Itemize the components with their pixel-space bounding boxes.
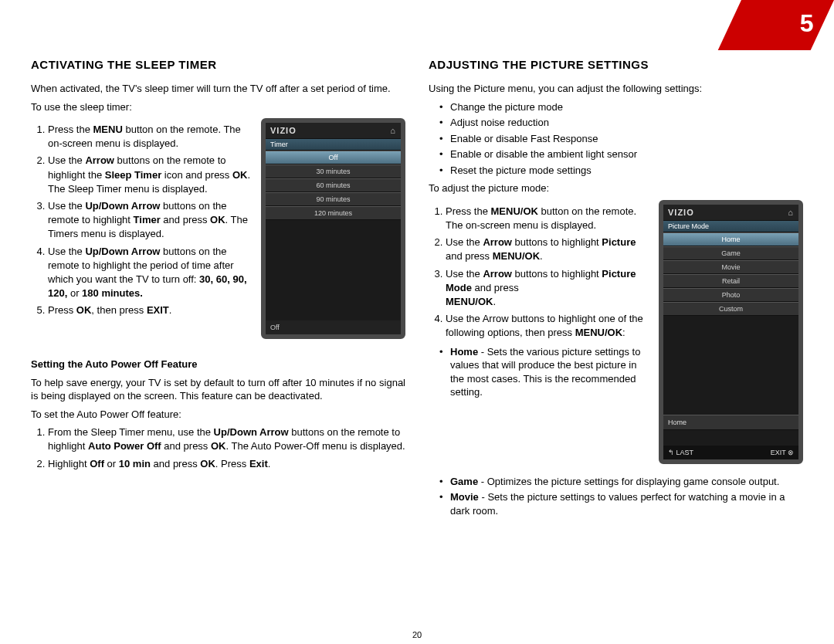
picture-intro: Using the Picture menu, you can adjust t…	[429, 82, 803, 96]
menu-row: Off	[266, 151, 401, 164]
subheading-auto-power: Setting the Auto Power Off Feature	[31, 358, 405, 371]
sleep-timer-screenshot: VIZIO ⌂ Timer Off 30 minutes 60 minutes …	[261, 118, 405, 339]
left-column: ACTIVATING THE SLEEP TIMER When activate…	[31, 58, 405, 520]
menu-row: 30 minutes	[266, 164, 401, 178]
list-item: Highlight Off or 10 min and press OK. Pr…	[48, 457, 405, 471]
list-item: Press OK, then press EXIT.	[48, 303, 253, 317]
menu-row: 90 minutes	[266, 192, 401, 206]
menu-row: Game	[663, 246, 798, 260]
list-item: Enable or disable Fast Response	[450, 132, 803, 146]
list-item: Enable or disable the ambient light sens…	[450, 147, 803, 161]
phone-brand: VIZIO	[270, 126, 297, 135]
list-item: Game - Optimizes the picture settings fo…	[450, 475, 803, 489]
home-icon: ⌂	[788, 208, 794, 217]
chapter-tab: 5	[718, 0, 834, 50]
list-item: Press the MENU button on the remote. The…	[48, 123, 253, 151]
picture-bullets: Change the picture mode Adjust noise red…	[429, 100, 803, 178]
picture-steps: Press the MENU/OK button on the remote. …	[429, 205, 651, 341]
phone-value: Home	[663, 415, 798, 430]
list-item: Home - Sets the various picture settings…	[450, 345, 651, 399]
phone-status: Off	[266, 320, 401, 334]
chapter-number: 5	[733, 0, 826, 38]
sleep-timer-steps: Press the MENU button on the remote. The…	[31, 123, 253, 317]
list-item: Use the Arrow buttons to highlight Pictu…	[446, 236, 651, 263]
list-item: Use the Up/Down Arrow buttons on the rem…	[48, 245, 253, 301]
page-number: 20	[412, 630, 422, 639]
phone-section: Picture Mode	[663, 220, 798, 232]
list-item: Adjust noise reduction	[450, 116, 803, 130]
menu-row: Photo	[663, 288, 798, 302]
list-item: Movie - Sets the picture settings to val…	[450, 490, 803, 517]
footer-last: ↰ LAST	[668, 449, 693, 456]
list-item: Reset the picture mode settings	[450, 164, 803, 178]
menu-row: Movie	[663, 260, 798, 274]
phone-section: Timer	[266, 138, 401, 151]
list-item: From the Sleep Timer menu, use the Up/Do…	[48, 425, 405, 453]
list-item: Change the picture mode	[450, 100, 803, 114]
auto-power-lead: To set the Auto Power Off feature:	[31, 408, 405, 422]
right-column: ADJUSTING THE PICTURE SETTINGS Using the…	[429, 58, 803, 520]
heading-sleep-timer: ACTIVATING THE SLEEP TIMER	[31, 58, 405, 71]
picture-mode-screenshot: VIZIO ⌂ Picture Mode Home Game Movie Ret…	[659, 200, 803, 464]
list-item: Use the Up/Down Arrow buttons on the rem…	[48, 199, 253, 242]
footer-exit: EXIT ⊗	[771, 449, 794, 456]
menu-row: 120 minutes	[266, 206, 401, 220]
menu-row: Home	[663, 232, 798, 246]
picture-options-cont: Game - Optimizes the picture settings fo…	[429, 475, 803, 518]
picture-options: Home - Sets the various picture settings…	[429, 345, 651, 399]
heading-picture-settings: ADJUSTING THE PICTURE SETTINGS	[429, 58, 803, 71]
picture-lead: To adjust the picture mode:	[429, 181, 803, 195]
auto-power-steps: From the Sleep Timer menu, use the Up/Do…	[31, 425, 405, 471]
list-item: Press the MENU/OK button on the remote. …	[446, 205, 651, 232]
list-item: Use the Arrow buttons to highlight one o…	[446, 312, 651, 340]
list-item: Use the Arrow buttons to highlight Pictu…	[446, 267, 651, 310]
intro-text: When activated, the TV's sleep timer wil…	[31, 82, 405, 96]
menu-row: Retail	[663, 274, 798, 288]
phone-brand: VIZIO	[668, 208, 694, 217]
menu-row: Custom	[663, 302, 798, 316]
list-item: Use the Arrow buttons on the remote to h…	[48, 154, 253, 196]
lead-text: To use the sleep timer:	[31, 100, 405, 114]
home-icon: ⌂	[390, 126, 396, 135]
menu-row: 60 minutes	[266, 178, 401, 192]
auto-power-intro: To help save energy, your TV is set by d…	[31, 376, 405, 403]
